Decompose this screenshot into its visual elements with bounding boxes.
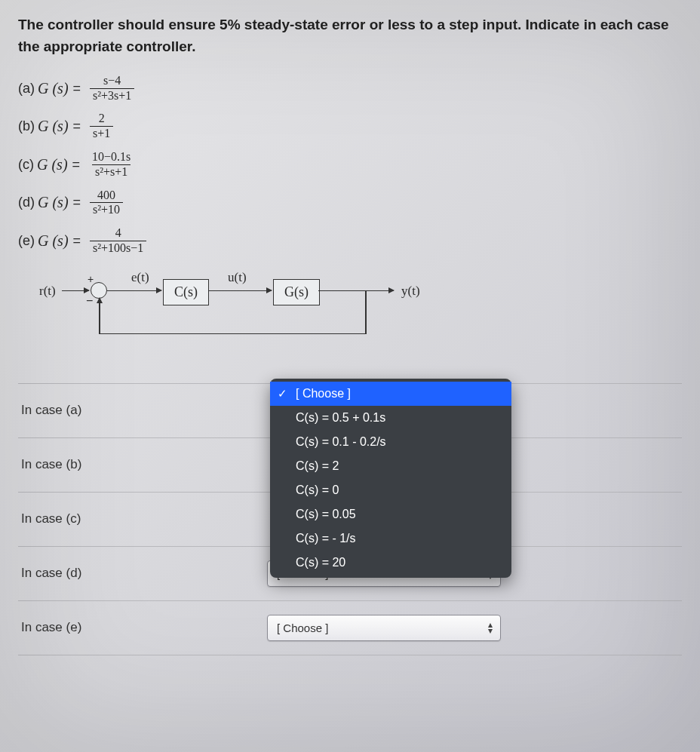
equation-a: (a) G (s) = s−4 s²+3s+1 <box>18 75 682 103</box>
case-label: In case (b) <box>18 457 267 472</box>
equals-sign: = <box>73 233 81 249</box>
equals-sign: = <box>73 81 81 97</box>
choose-value: [ Choose ] <box>277 622 328 634</box>
arrowhead-up-icon <box>97 297 103 303</box>
wire <box>365 290 367 334</box>
equation-lhs: G (s) <box>38 232 69 250</box>
signal-u-label: u(t) <box>228 270 247 285</box>
sum-minus-label: − <box>86 294 93 308</box>
dropdown-option-label: C(s) = 0.5 + 0.1s <box>296 411 385 424</box>
equals-sign: = <box>73 118 81 134</box>
equation-label: (a) <box>18 81 35 97</box>
equals-sign: = <box>72 157 81 173</box>
numerator: 10−0.1s <box>89 151 134 164</box>
check-icon: ✓ <box>278 387 287 401</box>
dropdown-option[interactable]: C(s) = 0.05 <box>270 502 511 526</box>
equation-lhs: G (s) <box>38 118 69 135</box>
denominator: s²+100s−1 <box>90 241 146 255</box>
dropdown-option-selected[interactable]: ✓ [ Choose ] <box>270 382 511 406</box>
dropdown-option-label: C(s) = 0.1 - 0.2/s <box>296 435 386 448</box>
wire <box>99 333 366 335</box>
dropdown-option-label: C(s) = 20 <box>296 556 345 569</box>
signal-e-label: e(t) <box>131 270 149 285</box>
choose-select-e[interactable]: [ Choose ] ▴▾ <box>267 615 501 641</box>
dropdown-option[interactable]: C(s) = - 1/s <box>270 526 511 551</box>
dropdown-option[interactable]: C(s) = 20 <box>270 551 511 575</box>
wire <box>99 299 100 334</box>
case-label: In case (c) <box>18 511 267 526</box>
wire <box>208 290 272 292</box>
fraction: s−4 s²+3s+1 <box>90 75 134 103</box>
answer-area: In case (a) [ Choose ] In case (b) [ Cho… <box>18 383 682 655</box>
case-label: In case (e) <box>18 620 267 635</box>
equation-lhs: G (s) <box>37 156 68 173</box>
dropdown-option[interactable]: C(s) = 0.5 + 0.1s <box>270 406 511 430</box>
numerator: 400 <box>94 189 118 203</box>
denominator: s+1 <box>90 126 113 140</box>
equation-label: (d) <box>18 195 35 210</box>
plant-block: G(s) <box>273 279 320 305</box>
fraction: 10−0.1s s²+s+1 <box>89 151 134 179</box>
equation-d: (d) G (s) = 400 s²+10 <box>18 189 682 217</box>
fraction: 4 s²+100s−1 <box>90 227 146 255</box>
dropdown-option[interactable]: C(s) = 0 <box>270 478 511 502</box>
equation-lhs: G (s) <box>38 194 69 211</box>
numerator: 2 <box>96 112 108 126</box>
dropdown-option-label: C(s) = - 1/s <box>296 532 356 545</box>
denominator: s²+10 <box>90 202 123 216</box>
signal-r-label: r(t) <box>39 284 56 299</box>
question-prompt: The controller should ensure 5% steady-s… <box>18 14 682 58</box>
page: The controller should ensure 5% steady-s… <box>0 0 700 655</box>
wire <box>62 290 89 292</box>
equation-label: (b) <box>18 118 35 134</box>
block-diagram: r(t) + − e(t) C(s) u(t) G(s) y(t) <box>41 270 682 361</box>
dropdown-option-label: [ Choose ] <box>296 387 351 400</box>
equation-e: (e) G (s) = 4 s²+100s−1 <box>18 227 682 255</box>
equation-b: (b) G (s) = 2 s+1 <box>18 112 682 140</box>
dropdown-option[interactable]: C(s) = 0.1 - 0.2/s <box>270 430 511 454</box>
chevron-updown-icon: ▴▾ <box>488 622 493 633</box>
dropdown-option-label: C(s) = 0.05 <box>296 508 356 520</box>
case-label: In case (a) <box>18 403 267 418</box>
denominator: s²+s+1 <box>92 164 130 179</box>
numerator: s−4 <box>100 75 124 88</box>
equals-sign: = <box>73 195 81 210</box>
dropdown-option-label: C(s) = 2 <box>296 459 339 472</box>
numerator: 4 <box>112 227 124 241</box>
equation-label: (e) <box>18 233 35 249</box>
equation-c: (c) G (s) = 10−0.1s s²+s+1 <box>18 151 682 179</box>
sum-plus-label: + <box>88 273 94 285</box>
fraction: 2 s+1 <box>90 112 113 140</box>
fraction: 400 s²+10 <box>90 189 123 217</box>
dropdown-option-label: C(s) = 0 <box>296 483 339 496</box>
equation-lhs: G (s) <box>38 80 69 97</box>
equation-list: (a) G (s) = s−4 s²+3s+1 (b) G (s) = 2 s+… <box>18 75 682 255</box>
denominator: s²+3s+1 <box>90 88 134 103</box>
wire <box>107 290 161 292</box>
wire <box>318 290 394 292</box>
equation-label: (c) <box>18 157 34 173</box>
signal-y-label: y(t) <box>401 284 420 299</box>
controller-block: C(s) <box>163 279 209 305</box>
dropdown-menu-case-a[interactable]: ✓ [ Choose ] C(s) = 0.5 + 0.1s C(s) = 0.… <box>270 379 511 578</box>
case-label: In case (d) <box>18 566 267 581</box>
dropdown-option[interactable]: C(s) = 2 <box>270 454 511 478</box>
case-row-e: In case (e) [ Choose ] ▴▾ <box>18 601 682 655</box>
